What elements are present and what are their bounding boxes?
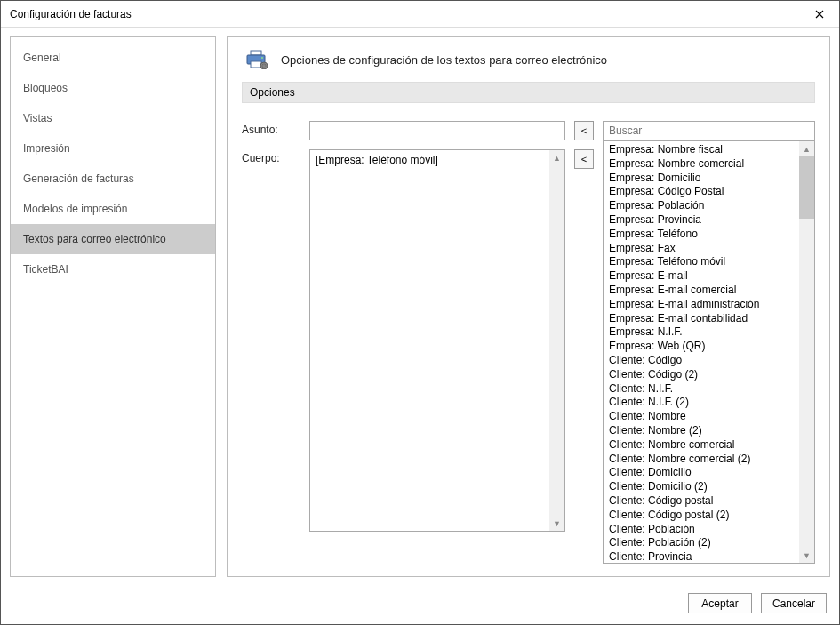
insert-buttons-column: < <	[574, 121, 594, 564]
insert-into-subject-button[interactable]: <	[574, 121, 594, 140]
insert-into-body-button[interactable]: <	[574, 149, 594, 169]
subject-label: Asunto:	[242, 121, 302, 136]
field-item[interactable]: Cliente: Provincia	[604, 550, 799, 563]
variables-column: Empresa: Nombre fiscalEmpresa: Nombre co…	[603, 121, 815, 564]
body-textarea[interactable]	[310, 150, 549, 531]
field-item[interactable]: Cliente: Nombre (2)	[604, 424, 799, 438]
sidebar-item-general[interactable]: General	[11, 43, 215, 73]
sidebar: General Bloqueos Vistas Impresión Genera…	[10, 36, 216, 577]
fields-column: Asunto: Cuerpo: ▲ ▼	[242, 121, 565, 564]
sidebar-item-textos-correo[interactable]: Textos para correo electrónico	[11, 224, 215, 254]
field-item[interactable]: Cliente: Nombre comercial	[604, 438, 799, 453]
subject-input[interactable]	[309, 121, 565, 140]
accept-button[interactable]: Aceptar	[688, 593, 752, 613]
close-button[interactable]	[799, 1, 839, 28]
field-item[interactable]: Empresa: E-mail administración	[604, 298, 799, 312]
field-item[interactable]: Cliente: Código postal	[604, 494, 799, 509]
close-icon	[815, 10, 824, 19]
field-item[interactable]: Cliente: N.I.F. (2)	[604, 396, 799, 410]
field-list-wrap: Empresa: Nombre fiscalEmpresa: Nombre co…	[603, 140, 815, 564]
sidebar-item-impresion[interactable]: Impresión	[11, 133, 215, 164]
field-item[interactable]: Empresa: Domicilio	[604, 172, 799, 186]
options-body: Asunto: Cuerpo: ▲ ▼ < <	[242, 121, 815, 564]
sidebar-item-bloqueos[interactable]: Bloqueos	[11, 73, 215, 103]
field-item[interactable]: Cliente: Nombre	[604, 410, 799, 424]
titlebar: Configuración de facturas	[1, 1, 839, 28]
field-item[interactable]: Cliente: Código	[604, 354, 799, 368]
field-item[interactable]: Cliente: Población	[604, 523, 799, 537]
section-label: Opciones	[242, 82, 815, 103]
panel-header: Opciones de configuración de los textos …	[242, 50, 815, 69]
field-item[interactable]: Empresa: Provincia	[604, 213, 799, 228]
field-item[interactable]: Cliente: Nombre comercial (2)	[604, 453, 799, 467]
field-item[interactable]: Empresa: Población	[604, 199, 799, 213]
cancel-button[interactable]: Cancelar	[761, 593, 827, 613]
scroll-up-icon: ▲	[549, 150, 564, 165]
panel-heading: Opciones de configuración de los textos …	[281, 53, 607, 67]
field-item[interactable]: Empresa: N.I.F.	[604, 325, 799, 340]
field-item[interactable]: Empresa: E-mail contabilidad	[604, 312, 799, 326]
field-item[interactable]: Cliente: Domicilio (2)	[604, 480, 799, 494]
field-item[interactable]: Empresa: Fax	[604, 242, 799, 256]
body-row: Cuerpo: ▲ ▼	[242, 149, 565, 532]
field-item[interactable]: Empresa: Nombre fiscal	[604, 143, 799, 157]
field-list-scrollbar[interactable]: ▲ ▼	[799, 141, 814, 563]
sidebar-item-generacion-facturas[interactable]: Generación de facturas	[11, 164, 215, 194]
dialog-footer: Aceptar Cancelar	[1, 586, 839, 621]
field-item[interactable]: Empresa: Nombre comercial	[604, 157, 799, 172]
svg-rect-0	[251, 51, 261, 55]
field-item[interactable]: Empresa: Teléfono	[604, 228, 799, 242]
field-list[interactable]: Empresa: Nombre fiscalEmpresa: Nombre co…	[604, 141, 799, 563]
scroll-down-icon: ▼	[549, 516, 564, 531]
svg-point-3	[261, 57, 263, 59]
field-item[interactable]: Empresa: Web (QR)	[604, 340, 799, 354]
printer-icon	[245, 50, 268, 69]
field-item[interactable]: Empresa: E-mail comercial	[604, 284, 799, 298]
scroll-up-icon: ▲	[799, 141, 814, 156]
field-item[interactable]: Cliente: N.I.F.	[604, 382, 799, 397]
field-item[interactable]: Cliente: Código postal (2)	[604, 509, 799, 523]
subject-row: Asunto:	[242, 121, 565, 140]
sidebar-item-ticketbai[interactable]: TicketBAI	[11, 254, 215, 284]
scroll-down-icon: ▼	[799, 548, 814, 563]
window-title: Configuración de facturas	[10, 8, 132, 20]
field-item[interactable]: Empresa: E-mail	[604, 269, 799, 284]
sidebar-item-modelos-impresion[interactable]: Modelos de impresión	[11, 194, 215, 224]
dialog-body: General Bloqueos Vistas Impresión Genera…	[1, 28, 839, 586]
sidebar-item-vistas[interactable]: Vistas	[11, 103, 215, 133]
field-item[interactable]: Cliente: Población (2)	[604, 536, 799, 550]
field-item[interactable]: Cliente: Domicilio	[604, 466, 799, 480]
body-textarea-wrap: ▲ ▼	[309, 149, 565, 532]
search-input[interactable]	[603, 121, 815, 140]
field-item[interactable]: Empresa: Teléfono móvil	[604, 255, 799, 269]
body-scrollbar[interactable]: ▲ ▼	[549, 150, 564, 531]
field-item[interactable]: Empresa: Código Postal	[604, 185, 799, 199]
scrollbar-thumb[interactable]	[799, 156, 814, 219]
field-item[interactable]: Cliente: Código (2)	[604, 368, 799, 382]
body-label: Cuerpo:	[242, 149, 302, 164]
svg-rect-2	[251, 61, 261, 68]
main-panel: Opciones de configuración de los textos …	[227, 36, 830, 577]
